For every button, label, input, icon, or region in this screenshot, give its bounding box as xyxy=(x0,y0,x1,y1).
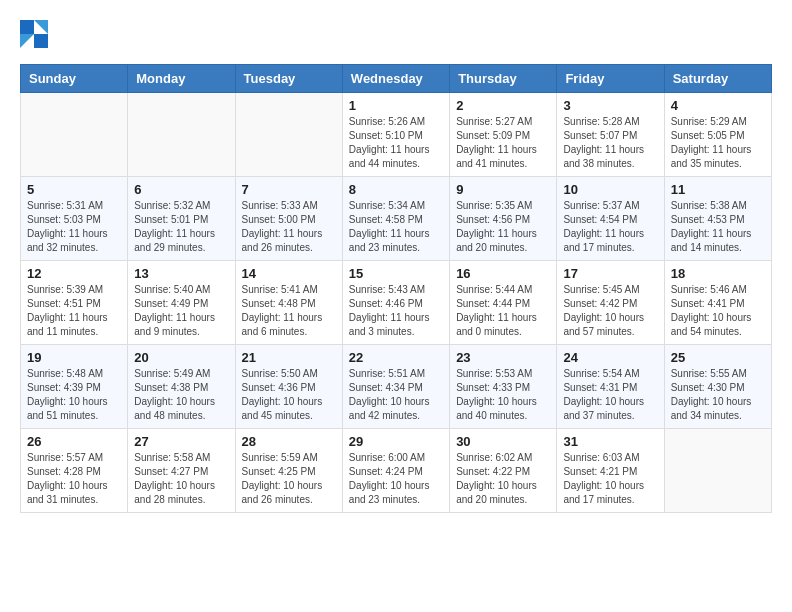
day-info: Sunrise: 5:48 AM Sunset: 4:39 PM Dayligh… xyxy=(27,367,121,423)
day-number: 3 xyxy=(563,98,657,113)
day-number: 10 xyxy=(563,182,657,197)
calendar-cell: 15Sunrise: 5:43 AM Sunset: 4:46 PM Dayli… xyxy=(342,261,449,345)
calendar-cell: 27Sunrise: 5:58 AM Sunset: 4:27 PM Dayli… xyxy=(128,429,235,513)
weekday-header-tuesday: Tuesday xyxy=(235,65,342,93)
day-info: Sunrise: 5:53 AM Sunset: 4:33 PM Dayligh… xyxy=(456,367,550,423)
day-number: 13 xyxy=(134,266,228,281)
day-number: 29 xyxy=(349,434,443,449)
day-number: 4 xyxy=(671,98,765,113)
day-info: Sunrise: 5:46 AM Sunset: 4:41 PM Dayligh… xyxy=(671,283,765,339)
calendar-week-row: 5Sunrise: 5:31 AM Sunset: 5:03 PM Daylig… xyxy=(21,177,772,261)
day-number: 20 xyxy=(134,350,228,365)
calendar-cell: 1Sunrise: 5:26 AM Sunset: 5:10 PM Daylig… xyxy=(342,93,449,177)
svg-rect-1 xyxy=(34,34,48,48)
day-info: Sunrise: 5:37 AM Sunset: 4:54 PM Dayligh… xyxy=(563,199,657,255)
calendar-cell: 11Sunrise: 5:38 AM Sunset: 4:53 PM Dayli… xyxy=(664,177,771,261)
day-info: Sunrise: 5:50 AM Sunset: 4:36 PM Dayligh… xyxy=(242,367,336,423)
calendar-cell: 12Sunrise: 5:39 AM Sunset: 4:51 PM Dayli… xyxy=(21,261,128,345)
day-info: Sunrise: 5:43 AM Sunset: 4:46 PM Dayligh… xyxy=(349,283,443,339)
calendar-cell xyxy=(128,93,235,177)
day-number: 31 xyxy=(563,434,657,449)
day-number: 12 xyxy=(27,266,121,281)
day-info: Sunrise: 5:49 AM Sunset: 4:38 PM Dayligh… xyxy=(134,367,228,423)
weekday-header-thursday: Thursday xyxy=(450,65,557,93)
day-number: 5 xyxy=(27,182,121,197)
day-info: Sunrise: 5:58 AM Sunset: 4:27 PM Dayligh… xyxy=(134,451,228,507)
day-number: 21 xyxy=(242,350,336,365)
calendar-cell: 2Sunrise: 5:27 AM Sunset: 5:09 PM Daylig… xyxy=(450,93,557,177)
calendar-week-row: 12Sunrise: 5:39 AM Sunset: 4:51 PM Dayli… xyxy=(21,261,772,345)
day-info: Sunrise: 5:51 AM Sunset: 4:34 PM Dayligh… xyxy=(349,367,443,423)
day-number: 6 xyxy=(134,182,228,197)
day-number: 9 xyxy=(456,182,550,197)
calendar-cell xyxy=(21,93,128,177)
calendar-cell: 14Sunrise: 5:41 AM Sunset: 4:48 PM Dayli… xyxy=(235,261,342,345)
day-number: 17 xyxy=(563,266,657,281)
day-info: Sunrise: 5:33 AM Sunset: 5:00 PM Dayligh… xyxy=(242,199,336,255)
day-info: Sunrise: 5:44 AM Sunset: 4:44 PM Dayligh… xyxy=(456,283,550,339)
day-info: Sunrise: 5:38 AM Sunset: 4:53 PM Dayligh… xyxy=(671,199,765,255)
day-number: 22 xyxy=(349,350,443,365)
day-info: Sunrise: 5:45 AM Sunset: 4:42 PM Dayligh… xyxy=(563,283,657,339)
day-number: 16 xyxy=(456,266,550,281)
calendar-cell: 20Sunrise: 5:49 AM Sunset: 4:38 PM Dayli… xyxy=(128,345,235,429)
calendar-cell: 5Sunrise: 5:31 AM Sunset: 5:03 PM Daylig… xyxy=(21,177,128,261)
day-number: 28 xyxy=(242,434,336,449)
day-number: 30 xyxy=(456,434,550,449)
day-number: 23 xyxy=(456,350,550,365)
day-number: 25 xyxy=(671,350,765,365)
calendar-cell: 21Sunrise: 5:50 AM Sunset: 4:36 PM Dayli… xyxy=(235,345,342,429)
calendar-cell: 17Sunrise: 5:45 AM Sunset: 4:42 PM Dayli… xyxy=(557,261,664,345)
calendar-week-row: 1Sunrise: 5:26 AM Sunset: 5:10 PM Daylig… xyxy=(21,93,772,177)
day-info: Sunrise: 5:35 AM Sunset: 4:56 PM Dayligh… xyxy=(456,199,550,255)
calendar-cell: 22Sunrise: 5:51 AM Sunset: 4:34 PM Dayli… xyxy=(342,345,449,429)
day-info: Sunrise: 5:27 AM Sunset: 5:09 PM Dayligh… xyxy=(456,115,550,171)
day-info: Sunrise: 5:29 AM Sunset: 5:05 PM Dayligh… xyxy=(671,115,765,171)
logo xyxy=(20,20,52,48)
day-number: 15 xyxy=(349,266,443,281)
day-number: 19 xyxy=(27,350,121,365)
day-number: 8 xyxy=(349,182,443,197)
day-info: Sunrise: 5:32 AM Sunset: 5:01 PM Dayligh… xyxy=(134,199,228,255)
calendar-cell: 6Sunrise: 5:32 AM Sunset: 5:01 PM Daylig… xyxy=(128,177,235,261)
calendar-cell xyxy=(664,429,771,513)
day-number: 7 xyxy=(242,182,336,197)
day-number: 1 xyxy=(349,98,443,113)
weekday-header-sunday: Sunday xyxy=(21,65,128,93)
day-info: Sunrise: 6:00 AM Sunset: 4:24 PM Dayligh… xyxy=(349,451,443,507)
day-info: Sunrise: 5:34 AM Sunset: 4:58 PM Dayligh… xyxy=(349,199,443,255)
day-info: Sunrise: 5:59 AM Sunset: 4:25 PM Dayligh… xyxy=(242,451,336,507)
calendar-cell: 31Sunrise: 6:03 AM Sunset: 4:21 PM Dayli… xyxy=(557,429,664,513)
page-header xyxy=(20,20,772,48)
calendar-cell: 8Sunrise: 5:34 AM Sunset: 4:58 PM Daylig… xyxy=(342,177,449,261)
calendar-cell: 30Sunrise: 6:02 AM Sunset: 4:22 PM Dayli… xyxy=(450,429,557,513)
calendar-cell: 9Sunrise: 5:35 AM Sunset: 4:56 PM Daylig… xyxy=(450,177,557,261)
weekday-header-friday: Friday xyxy=(557,65,664,93)
calendar-cell: 13Sunrise: 5:40 AM Sunset: 4:49 PM Dayli… xyxy=(128,261,235,345)
calendar-cell: 28Sunrise: 5:59 AM Sunset: 4:25 PM Dayli… xyxy=(235,429,342,513)
calendar-header-row: SundayMondayTuesdayWednesdayThursdayFrid… xyxy=(21,65,772,93)
weekday-header-monday: Monday xyxy=(128,65,235,93)
day-info: Sunrise: 5:26 AM Sunset: 5:10 PM Dayligh… xyxy=(349,115,443,171)
svg-marker-3 xyxy=(20,34,34,48)
day-number: 11 xyxy=(671,182,765,197)
day-number: 18 xyxy=(671,266,765,281)
calendar-cell: 16Sunrise: 5:44 AM Sunset: 4:44 PM Dayli… xyxy=(450,261,557,345)
day-info: Sunrise: 5:40 AM Sunset: 4:49 PM Dayligh… xyxy=(134,283,228,339)
day-info: Sunrise: 6:02 AM Sunset: 4:22 PM Dayligh… xyxy=(456,451,550,507)
calendar-cell: 19Sunrise: 5:48 AM Sunset: 4:39 PM Dayli… xyxy=(21,345,128,429)
calendar-cell: 18Sunrise: 5:46 AM Sunset: 4:41 PM Dayli… xyxy=(664,261,771,345)
calendar-cell: 23Sunrise: 5:53 AM Sunset: 4:33 PM Dayli… xyxy=(450,345,557,429)
day-info: Sunrise: 5:28 AM Sunset: 5:07 PM Dayligh… xyxy=(563,115,657,171)
weekday-header-saturday: Saturday xyxy=(664,65,771,93)
day-number: 26 xyxy=(27,434,121,449)
calendar-cell: 29Sunrise: 6:00 AM Sunset: 4:24 PM Dayli… xyxy=(342,429,449,513)
day-number: 14 xyxy=(242,266,336,281)
calendar-cell: 26Sunrise: 5:57 AM Sunset: 4:28 PM Dayli… xyxy=(21,429,128,513)
logo-icon xyxy=(20,20,48,48)
day-info: Sunrise: 5:41 AM Sunset: 4:48 PM Dayligh… xyxy=(242,283,336,339)
day-info: Sunrise: 5:55 AM Sunset: 4:30 PM Dayligh… xyxy=(671,367,765,423)
svg-rect-0 xyxy=(20,20,34,34)
day-info: Sunrise: 5:39 AM Sunset: 4:51 PM Dayligh… xyxy=(27,283,121,339)
day-info: Sunrise: 6:03 AM Sunset: 4:21 PM Dayligh… xyxy=(563,451,657,507)
